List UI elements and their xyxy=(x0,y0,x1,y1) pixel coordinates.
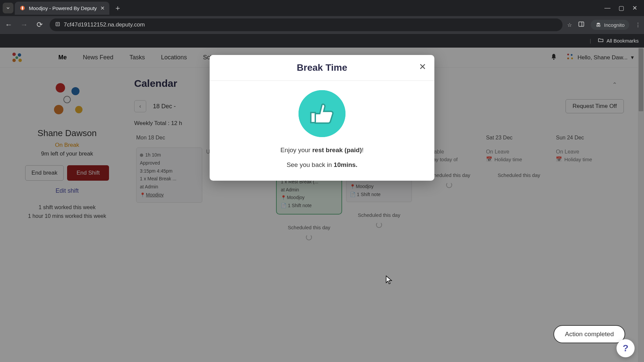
svg-rect-1 xyxy=(56,22,60,26)
window-controls: — ▢ ✕ xyxy=(604,4,641,12)
modal-close-button[interactable]: ✕ xyxy=(419,62,426,72)
chevron-down-icon xyxy=(6,6,10,10)
back-in-message: See you back in 10mins. xyxy=(220,161,424,169)
minimize-icon[interactable]: — xyxy=(604,4,610,12)
app-wrapper: Me News Feed Tasks Locations Schedule He… xyxy=(0,48,644,362)
reload-button[interactable]: ⟳ xyxy=(34,20,45,29)
url-text: 7cf47d19112152.na.deputy.com xyxy=(64,21,145,28)
incognito-badge[interactable]: Incognito xyxy=(591,20,629,30)
side-panel-icon[interactable] xyxy=(578,21,585,29)
tab-bar: Moodjoy - Powered By Deputy ✕ ＋ — ▢ ✕ xyxy=(0,0,644,16)
svg-rect-4 xyxy=(579,22,584,26)
enjoy-message: Enjoy your rest break (paid)! xyxy=(220,146,424,154)
browser-chrome: Moodjoy - Powered By Deputy ✕ ＋ — ▢ ✕ ← … xyxy=(0,0,644,48)
bookmark-star-icon[interactable]: ☆ xyxy=(567,22,572,28)
help-button[interactable]: ? xyxy=(616,339,635,357)
break-time-modal: Break Time ✕ Enjoy your rest break (paid… xyxy=(210,55,434,181)
bookmarks-bar: | All Bookmarks xyxy=(0,34,644,48)
modal-title: Break Time xyxy=(297,62,347,73)
svg-point-6 xyxy=(597,25,598,27)
back-button[interactable]: ← xyxy=(3,20,14,29)
address-bar: ← → ⟳ 7cf47d19112152.na.deputy.com ☆ Inc… xyxy=(0,16,644,34)
toast-action-completed: Action completed xyxy=(553,325,625,343)
tab-close-icon[interactable]: ✕ xyxy=(100,5,105,11)
browser-tab[interactable]: Moodjoy - Powered By Deputy ✕ xyxy=(15,2,109,15)
all-bookmarks-button[interactable]: All Bookmarks xyxy=(598,37,639,44)
folder-icon xyxy=(598,37,604,44)
close-window-icon[interactable]: ✕ xyxy=(632,4,637,12)
site-info-icon[interactable] xyxy=(55,21,60,28)
thumbs-up-icon xyxy=(299,90,345,137)
tab-search-button[interactable] xyxy=(3,3,13,13)
incognito-icon xyxy=(595,22,601,28)
tab-favicon-icon xyxy=(19,5,25,11)
new-tab-button[interactable]: ＋ xyxy=(111,1,125,15)
url-input[interactable]: 7cf47d19112152.na.deputy.com xyxy=(50,18,562,31)
maximize-icon[interactable]: ▢ xyxy=(619,4,624,12)
svg-point-7 xyxy=(599,25,600,27)
browser-menu-icon[interactable]: ⋮ xyxy=(635,22,641,28)
tab-title: Moodjoy - Powered By Deputy xyxy=(29,5,97,11)
forward-button[interactable]: → xyxy=(19,20,30,29)
